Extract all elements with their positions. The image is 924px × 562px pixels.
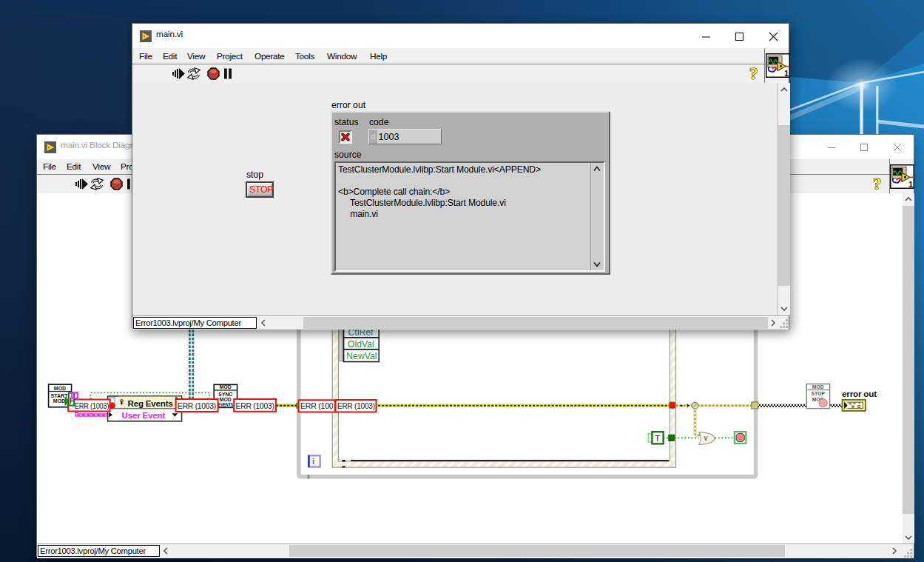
svg-text:EVENTS: EVENTS bbox=[218, 402, 234, 407]
svg-text:STOP: STOP bbox=[812, 391, 826, 396]
svg-text:ERR (1003): ERR (1003) bbox=[75, 401, 109, 410]
svg-text:ERR (1003): ERR (1003) bbox=[337, 401, 375, 410]
svg-text:MOD: MOD bbox=[54, 386, 66, 391]
svg-text:i: i bbox=[312, 457, 314, 466]
svg-text:ERR (1003): ERR (1003) bbox=[236, 401, 274, 410]
svg-text:MOD: MOD bbox=[220, 384, 232, 389]
svg-text:MOD: MOD bbox=[53, 398, 65, 404]
svg-text:?: ? bbox=[873, 175, 882, 193]
svg-text:error out: error out bbox=[842, 389, 877, 398]
svg-text:ERR (1003): ERR (1003) bbox=[178, 401, 216, 410]
svg-text:MOD: MOD bbox=[812, 384, 824, 389]
svg-text:Reg Events: Reg Events bbox=[128, 398, 173, 408]
svg-text:ERR (100: ERR (100 bbox=[300, 401, 334, 410]
svg-text:?: ? bbox=[749, 64, 758, 82]
svg-text:OldVal: OldVal bbox=[348, 339, 374, 349]
svg-text:MOD: MOD bbox=[220, 397, 232, 402]
svg-text:T: T bbox=[655, 434, 660, 443]
svg-text:∨: ∨ bbox=[704, 434, 709, 442]
svg-text:User Event: User Event bbox=[122, 410, 166, 420]
svg-text:NewVal: NewVal bbox=[346, 351, 377, 361]
svg-text:SYNC: SYNC bbox=[218, 392, 232, 397]
